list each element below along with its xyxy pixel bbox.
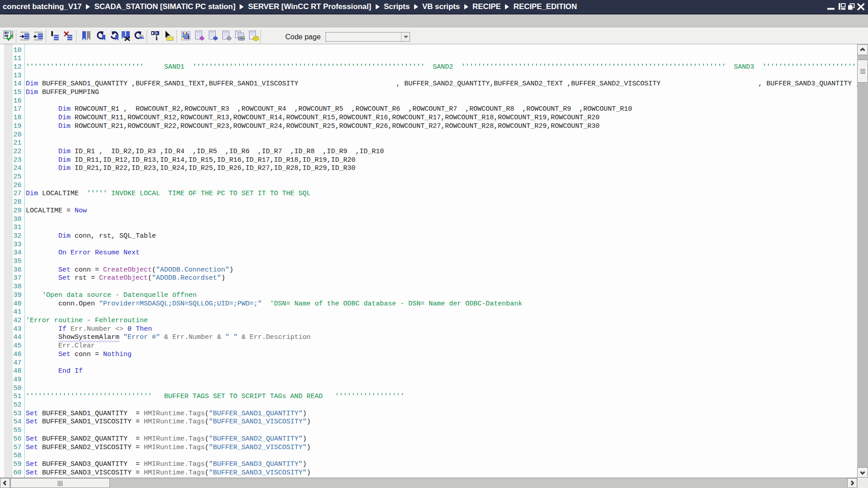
svg-text:i: i xyxy=(156,33,158,41)
